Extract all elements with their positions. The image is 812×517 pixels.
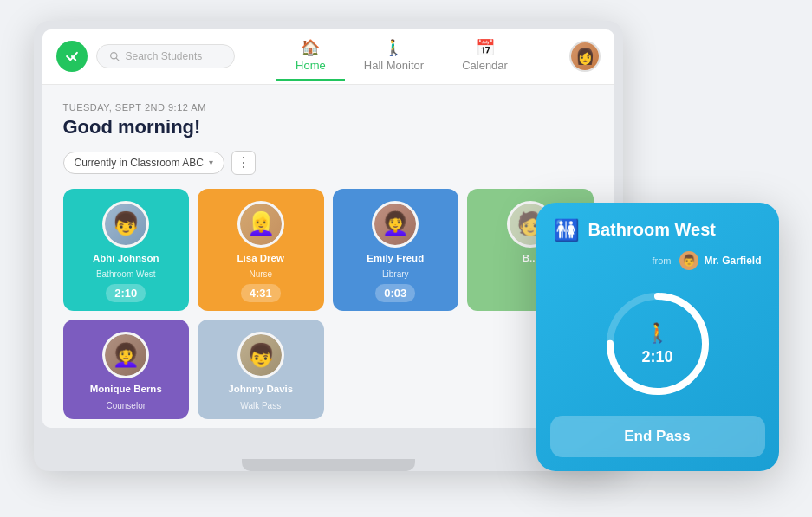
- student-avatar-abhi: 👦: [102, 201, 149, 248]
- from-label: from: [652, 255, 671, 266]
- student-card-johnny[interactable]: 👦 Johnny Davis Walk Pass: [198, 320, 324, 419]
- home-tab-icon: 🏠: [301, 38, 320, 57]
- student-avatar-monique: 👩‍🦱: [102, 332, 149, 378]
- student-avatar-johnny: 👦: [237, 332, 284, 378]
- timer-center: 🚶 2:10: [641, 321, 672, 365]
- student-card-emily[interactable]: 👩‍🦱 Emily Freud Library 0:03: [333, 189, 459, 312]
- student-dest-lisa: Nurse: [249, 269, 272, 279]
- svg-line-1: [116, 58, 119, 61]
- search-bar[interactable]: Search Students: [96, 44, 235, 68]
- end-pass-button[interactable]: End Pass: [550, 416, 765, 457]
- user-avatar[interactable]: 👩: [569, 41, 601, 72]
- student-card-lisa[interactable]: 👱‍♀️ Lisa Drew Nurse 4:31: [198, 189, 324, 312]
- pass-title: Bathroom West: [588, 220, 716, 240]
- search-icon: [109, 51, 120, 62]
- student-cards-grid: 👦 Abhi Johnson Bathroom West 2:10 👱‍♀️ L…: [63, 189, 594, 420]
- app-header: Search Students 🏠 Home 🚶‍♂️ Hall Monitor…: [42, 29, 614, 85]
- student-card-monique[interactable]: 👩‍🦱 Monique Berns Counselor: [63, 320, 190, 419]
- pass-from-row: from 👨 Mr. Garfield: [536, 251, 779, 279]
- hall-monitor-tab-label: Hall Monitor: [364, 59, 424, 72]
- pass-timer-area: 🚶 2:10: [536, 279, 779, 416]
- teacher-avatar: 👨: [679, 251, 698, 270]
- walk-icon: 🚶: [646, 321, 669, 344]
- pass-header: 🚻 Bathroom West: [536, 203, 779, 251]
- logo-icon: [63, 48, 81, 65]
- timer-ring: 🚶 2:10: [601, 288, 714, 400]
- tab-hall-monitor[interactable]: 🚶‍♂️ Hall Monitor: [345, 31, 443, 81]
- student-timer-lisa: 4:31: [241, 284, 281, 302]
- student-name-abhi: Abhi Johnson: [93, 253, 159, 265]
- more-options-button[interactable]: ⋮: [231, 151, 256, 175]
- student-avatar-emily: 👩‍🦱: [372, 201, 419, 248]
- greeting: Good morning!: [63, 116, 594, 139]
- student-name-monique: Monique Berns: [90, 384, 162, 396]
- logo-button[interactable]: [56, 41, 88, 72]
- search-placeholder: Search Students: [126, 50, 203, 62]
- student-name-lisa: Lisa Drew: [237, 253, 284, 265]
- scene: Search Students 🏠 Home 🚶‍♂️ Hall Monitor…: [34, 21, 779, 497]
- student-card-abhi[interactable]: 👦 Abhi Johnson Bathroom West 2:10: [63, 189, 190, 312]
- calendar-tab-icon: 📅: [476, 38, 495, 57]
- teacher-name: Mr. Garfield: [704, 255, 761, 267]
- nav-tabs: 🏠 Home 🚶‍♂️ Hall Monitor 📅 Calendar: [244, 31, 561, 81]
- chevron-down-icon: ▾: [209, 158, 213, 167]
- app-content: TUESDAY, SEPT 2ND 9:12 AM Good morning! …: [42, 85, 614, 428]
- student-timer-abhi: 2:10: [106, 284, 146, 302]
- tab-home[interactable]: 🏠 Home: [276, 31, 345, 81]
- date-line: TUESDAY, SEPT 2ND 9:12 AM: [63, 102, 594, 113]
- bathroom-icon: 🚻: [554, 218, 580, 242]
- laptop-base: [242, 459, 415, 471]
- classroom-filter[interactable]: Currently in Classroom ABC ▾: [63, 152, 224, 174]
- laptop-screen: Search Students 🏠 Home 🚶‍♂️ Hall Monitor…: [42, 29, 614, 428]
- tab-calendar[interactable]: 📅 Calendar: [443, 31, 527, 81]
- home-tab-label: Home: [296, 59, 326, 72]
- student-name-emily: Emily Freud: [367, 253, 424, 265]
- laptop-mockup: Search Students 🏠 Home 🚶‍♂️ Hall Monitor…: [34, 21, 623, 471]
- student-dest-abhi: Bathroom West: [96, 269, 156, 279]
- student-timer-emily: 0:03: [375, 284, 415, 302]
- filter-label: Currently in Classroom ABC: [75, 157, 204, 169]
- student-dest-johnny: Walk Pass: [240, 401, 281, 410]
- student-dest-monique: Counselor: [106, 401, 146, 410]
- student-dest-emily: Library: [382, 269, 409, 279]
- timer-display: 2:10: [641, 347, 672, 365]
- walk-pass-card: 🚻 Bathroom West from 👨 Mr. Garfield 🚶: [536, 203, 779, 471]
- filter-row: Currently in Classroom ABC ▾ ⋮: [63, 151, 594, 175]
- student-name-johnny: Johnny Davis: [228, 384, 293, 396]
- hall-monitor-tab-icon: 🚶‍♂️: [384, 38, 403, 57]
- student-avatar-lisa: 👱‍♀️: [237, 201, 284, 248]
- calendar-tab-label: Calendar: [462, 59, 508, 72]
